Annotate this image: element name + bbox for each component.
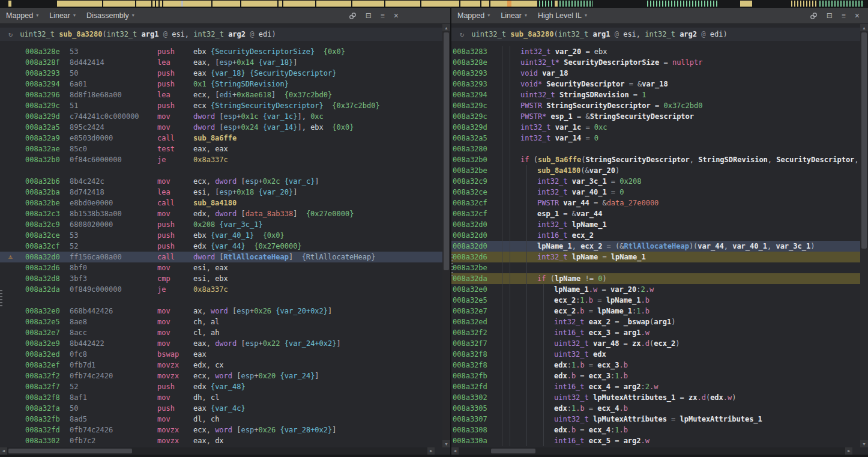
feature-map-segment[interactable]	[240, 1, 241, 7]
disasm-row[interactable]: 008a32e58ae8movch, al	[0, 316, 442, 327]
hlil-row[interactable]: 008a329cPWSTR StringSecurityDescriptor =…	[451, 100, 860, 111]
hlil-row[interactable]: 008a32d0lpName_1, ecx_2 = (&RtlAllocateH…	[451, 241, 860, 252]
hlil-row[interactable]: 008a32c9int32_t var_3c_1 = 0x208	[451, 176, 860, 187]
il-form-menu[interactable]: High Level IL ▾	[538, 11, 587, 20]
v-scroll-thumb[interactable]	[861, 32, 867, 249]
feature-map-segment[interactable]	[135, 1, 136, 7]
disasm-row[interactable]: 008a33020fb7c2movzxeax, dx	[0, 435, 442, 446]
sync-link-icon[interactable]	[810, 12, 818, 20]
sync-link-icon[interactable]	[349, 12, 357, 20]
hlil-row[interactable]: 008a3283int32_t var_20 = ebx	[451, 46, 860, 57]
hlil-row[interactable]: 008a32edint32_t eax_2 = _bswap(arg1)	[451, 316, 860, 327]
hlil-row[interactable]: 008a32b0if (sub_8a6ffe(StringSecurityDes…	[451, 154, 860, 165]
feature-map-segment[interactable]	[819, 1, 864, 7]
pane-splitter-handle[interactable]	[451, 252, 453, 276]
hlil-row[interactable]: 008a3302uint32_t lpMutexAttributes_1 = z…	[451, 392, 860, 403]
view-mode-menu[interactable]: Mapped ▾	[457, 11, 490, 20]
scroll-up-icon[interactable]: ▲	[442, 24, 450, 31]
scroll-right-icon[interactable]: ▶	[845, 447, 852, 455]
hlil-row[interactable]: 008a330aint16_t ecx_5 = arg2.w	[451, 435, 860, 446]
disasm-row[interactable]: 008a32bee8bd0e0000callsub_8a4180	[0, 198, 442, 208]
hlil-row[interactable]: 008a32be	[451, 262, 860, 273]
feature-map[interactable]	[0, 0, 868, 8]
feature-map-segment[interactable]	[57, 1, 537, 7]
feature-map-segment[interactable]	[480, 1, 481, 7]
scroll-right-icon[interactable]: ▶	[427, 447, 435, 455]
disasm-row[interactable]: 008a32e0668b442426movax, word [esp+0x26 …	[0, 306, 442, 316]
disasm-row[interactable]: ⚠008a32d0ff156ca08a00calldword [RtlAlloc…	[0, 252, 442, 262]
il-form-menu[interactable]: Disassembly ▾	[86, 11, 134, 20]
scroll-up-icon[interactable]: ▲	[860, 24, 868, 31]
scroll-down-icon[interactable]: ▼	[442, 440, 450, 447]
disasm-row[interactable]: 008a32d68bf0movesi, eax	[0, 262, 442, 273]
split-pane-icon[interactable]: ⊟	[366, 12, 372, 19]
feature-map-segment[interactable]	[420, 1, 421, 7]
hlil-row[interactable]: 008a32cfPWSTR var_44 = &data_27e0000	[451, 198, 860, 208]
hlil-row[interactable]: 008a32besub_8a4180(&var_20)	[451, 165, 860, 176]
feature-map-segment[interactable]	[489, 1, 490, 7]
feature-map-segment[interactable]	[158, 1, 160, 7]
h-scroll-thumb[interactable]	[491, 449, 535, 453]
disasm-row[interactable]	[0, 295, 442, 306]
hlil-h-scrollbar[interactable]: ◀ ▶	[451, 447, 852, 455]
disasm-row[interactable]: 008a32c38b1538b38a00movedx, dword [data_…	[0, 208, 442, 219]
disasm-row[interactable]: 008a32fd0fb74c2426movzxecx, word [esp+0x…	[0, 425, 442, 435]
pane-menu-icon[interactable]: ≡	[381, 12, 385, 19]
disasm-row[interactable]: 008a32fb8ad5movdl, ch	[0, 414, 442, 425]
disasm-row[interactable]: 008a32d83bf3cmpesi, ebx	[0, 273, 442, 284]
disasm-row[interactable]: 008a32f752pushedx {var_48}	[0, 381, 442, 392]
disasm-row[interactable]: 008a32b68b4c242cmovecx, dword [esp+0x2c …	[0, 176, 442, 187]
hlil-row[interactable]: 008a32d0int32_t lpName_1	[451, 219, 860, 230]
disasm-row[interactable]: 008a32f20fb74c2420movzxecx, word [esp+0x…	[0, 371, 442, 381]
disasm-row[interactable]: 008a329350pusheax {var_18} {SecurityDesc…	[0, 68, 442, 79]
disassembly-view[interactable]: ↻ uint32_t sub_8a3280(int32_t arg1 @ esi…	[0, 24, 442, 457]
hlil-row[interactable]: 008a32a5int32_t var_14 = 0	[451, 133, 860, 144]
disasm-row[interactable]: 008a32c96808020000push0x208 {var_3c_1}	[0, 219, 442, 230]
feature-map-segment[interactable]	[507, 1, 511, 7]
hlil-row[interactable]: 008a32d0int16_t ecx_2	[451, 230, 860, 241]
disasm-row[interactable]: 008a32e78accmovcl, ah	[0, 327, 442, 338]
hlil-row[interactable]: 008a32d6int32_t lpName = lpName_1	[451, 252, 860, 262]
hlil-row[interactable]: 008a3293void var_18	[451, 68, 860, 79]
layout-menu[interactable]: Linear ▾	[49, 11, 76, 20]
feature-map-segment[interactable]	[181, 1, 183, 7]
hlil-row[interactable]: 008a32f8uint32_t edx	[451, 349, 860, 360]
disasm-row[interactable]: 008a32e98b442422moveax, dword [esp+0x22 …	[0, 338, 442, 349]
hlil-row[interactable]: 008a32fdint16_t ecx_4 = arg2:2.w	[451, 381, 860, 392]
feature-map-segment[interactable]	[351, 1, 352, 7]
layout-menu[interactable]: Linear ▾	[501, 11, 527, 20]
hlil-row[interactable]: 008a32e0lpName_1.w = var_20:2.w	[451, 284, 860, 295]
disasm-row[interactable]: 008a32fa50pusheax {var_4c}	[0, 403, 442, 414]
disasm-row[interactable]: 008a32da0f849c000000je0x8a337c	[0, 284, 442, 295]
hlil-row[interactable]: 008a32e5ecx_2:1.b = lpName_1.b	[451, 295, 860, 306]
disasm-row[interactable]: 008a32a9e8503d0000callsub_8a6ffe	[0, 133, 442, 144]
function-signature[interactable]: ↻ uint32_t sub_8a3280(int32_t arg1 @ esi…	[451, 28, 860, 41]
feature-map-segment[interactable]	[539, 1, 553, 7]
feature-map-segment[interactable]	[211, 1, 212, 7]
hlil-row[interactable]: 008a32f2int16_t ecx_3 = arg1.w	[451, 327, 860, 338]
feature-map-segment[interactable]	[647, 1, 719, 7]
v-scroll-thumb[interactable]	[444, 32, 449, 270]
hlil-view[interactable]: ↻ uint32_t sub_8a3280(int32_t arg1 @ esi…	[451, 24, 860, 457]
disasm-row[interactable]: 008a32a5895c2424movdword [esp+0x24 {var_…	[0, 122, 442, 133]
reanalyze-icon[interactable]: ↻	[8, 29, 13, 40]
disasm-row[interactable]: 008a32cf52pushedx {var_44} {0x27e0000}	[0, 241, 442, 252]
hlil-row[interactable]: 008a32e7ecx_2.b = lpName_1:1.b	[451, 306, 860, 316]
disasm-row[interactable]: 008a328e53pushebx {SecurityDescriptorSiz…	[0, 46, 442, 57]
reanalyze-icon[interactable]: ↻	[460, 29, 464, 40]
hlil-row[interactable]: 008a329cPWSTR* esp_1 = &StringSecurityDe…	[451, 111, 860, 122]
feature-map-segment[interactable]	[162, 1, 163, 7]
h-scroll-thumb[interactable]	[8, 449, 132, 453]
hlil-v-scrollbar[interactable]: ▲ ▼	[860, 24, 868, 447]
hlil-row[interactable]: 008a3293void* SecurityDescriptor = &var_…	[451, 79, 860, 89]
feature-map-segment[interactable]	[791, 1, 818, 7]
hlil-row[interactable]: 008a32f8edx:1.b = ecx_3.b	[451, 360, 860, 371]
disassembly-h-scrollbar[interactable]: ◀ ▶	[0, 447, 435, 455]
disasm-row[interactable]: 008a32ef0fb7d1movzxedx, cx	[0, 360, 442, 371]
feature-map-segment[interactable]	[277, 1, 279, 7]
disasm-row[interactable]	[0, 165, 442, 176]
hlil-row[interactable]: 008a32ceint32_t var_40_1 = 0	[451, 187, 860, 198]
hlil-row[interactable]: 008a32fbedx.b = ecx_3:1.b	[451, 371, 860, 381]
disasm-row[interactable]: 008a32946a01push0x1 {StringSDRevision}	[0, 79, 442, 89]
scroll-left-icon[interactable]: ◀	[451, 447, 459, 455]
